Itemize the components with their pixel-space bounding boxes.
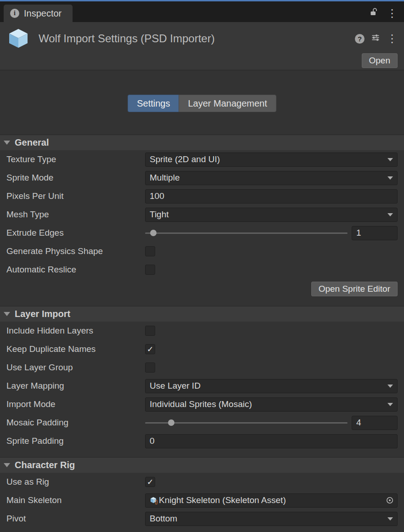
slider-knob[interactable] [168,419,174,426]
dropdown-value: Sprite (2D and UI) [150,154,220,164]
pixels-per-unit-input[interactable] [145,189,398,204]
field-label: Pivot [6,514,145,524]
inspector-body: Settings Layer Management General Textur… [0,70,404,532]
inspector-tab[interactable]: i Inspector [4,5,73,22]
foldout-icon [4,312,10,316]
svg-text:{}: {} [155,499,158,504]
layer-import-section-header[interactable]: Layer Import [0,306,404,322]
pivot-row: Pivot Bottom [0,509,404,528]
main-skeleton-row: Main Skeleton {} Knight Skeleton (Skelet… [0,491,404,509]
open-row: Open [6,53,398,68]
field-label: Mesh Type [6,209,145,220]
skeleton-asset-icon: {} [150,496,158,504]
general-section-header[interactable]: General [0,135,404,150]
help-icon[interactable]: ? [355,34,365,44]
header-icons: ? ⋮ [355,33,398,45]
dropdown-value: Bottom [150,514,177,524]
field-label: Import Mode [6,399,145,409]
dropdown-value: Tight [150,209,169,220]
slider-knob[interactable] [150,230,157,236]
field-label: Use Layer Group [6,362,145,373]
main-skeleton-object-field[interactable]: {} Knight Skeleton (Skeleton Asset) [145,493,398,508]
foldout-icon [4,141,10,145]
field-label: Use as Rig [6,477,145,487]
mesh-type-dropdown[interactable]: Tight [145,208,398,222]
field-label: Pixels Per Unit [6,191,145,201]
field-label: Sprite Padding [6,436,145,446]
include-hidden-layers-checkbox[interactable]: ✓ [145,326,155,336]
page-title: Wolf Import Settings (PSD Importer) [39,32,347,45]
tab-layer-management[interactable]: Layer Management [179,95,276,112]
dropdown-value: Use Layer ID [150,381,201,391]
header-menu-icon[interactable]: ⋮ [387,33,398,44]
chevron-down-icon [387,517,393,521]
extrude-edges-slider[interactable] [145,226,348,240]
automatic-reslice-checkbox[interactable]: ✓ [145,265,155,275]
check-icon: ✓ [147,478,153,486]
slider-track[interactable] [145,422,348,424]
sprite-mode-dropdown[interactable]: Multiple [145,171,398,185]
psd-importer-icon [6,27,30,51]
mesh-type-row: Mesh Type Tight [0,205,404,224]
use-as-rig-row: Use as Rig ✓ [0,473,404,491]
tab-settings[interactable]: Settings [128,95,179,112]
field-label: Texture Type [6,154,145,164]
chevron-down-icon [387,385,393,388]
use-layer-group-checkbox[interactable]: ✓ [145,362,155,373]
section-character-rig: Character Rig Use as Rig ✓ Main Skeleton [0,457,404,528]
keep-duplicate-names-checkbox[interactable]: ✓ [145,344,155,354]
import-mode-row: Import Mode Individual Sprites (Mosaic) [0,395,404,413]
pixels-per-unit-row: Pixels Per Unit [0,187,404,205]
object-field-value: Knight Skeleton (Skeleton Asset) [159,495,286,505]
extrude-edges-input[interactable] [352,226,398,240]
layer-mapping-dropdown[interactable]: Use Layer ID [145,379,398,393]
field-label: Automatic Reslice [6,265,145,275]
mosaic-padding-row: Mosaic Padding [0,413,404,432]
asset-header: Wolf Import Settings (PSD Importer) ? [0,22,404,70]
check-icon: ✓ [147,345,153,353]
info-icon: i [10,9,19,18]
section-general: General Texture Type Sprite (2D and UI) … [0,135,404,306]
include-hidden-layers-row: Include Hidden Layers ✓ [0,322,404,340]
section-layer-import: Layer Import Include Hidden Layers ✓ Kee… [0,306,404,457]
titlebar-menu-icon[interactable]: ⋮ [387,8,398,19]
open-sprite-editor-button[interactable]: Open Sprite Editor [311,282,398,296]
generate-physics-shape-row: Generate Physics Shape ✓ [0,242,404,260]
presets-icon[interactable] [371,33,380,45]
object-picker-icon[interactable] [386,496,394,504]
field-label: Main Skeleton [6,495,145,505]
chevron-down-icon [387,403,393,406]
texture-type-dropdown[interactable]: Sprite (2D and UI) [145,153,398,167]
chevron-down-icon [387,213,393,216]
titlebar-actions: ⋮ [369,4,398,22]
field-label: Extrude Edges [6,228,145,238]
mosaic-padding-input[interactable] [352,416,398,430]
extrude-edges-row: Extrude Edges [0,224,404,242]
section-title: Layer Import [15,309,70,319]
header-top: Wolf Import Settings (PSD Importer) ? [6,26,398,51]
import-mode-dropdown[interactable]: Individual Sprites (Mosaic) [145,397,398,412]
field-label: Sprite Mode [6,173,145,183]
use-layer-group-row: Use Layer Group ✓ [0,358,404,377]
inspector-window: i Inspector ⋮ Wolf Import Setting [0,0,404,532]
automatic-reslice-row: Automatic Reslice ✓ [0,260,404,279]
texture-type-row: Texture Type Sprite (2D and UI) [0,150,404,169]
sprite-padding-row: Sprite Padding [0,432,404,450]
dropdown-value: Individual Sprites (Mosaic) [150,399,252,409]
field-label: Keep Duplicate Names [6,344,145,354]
open-button[interactable]: Open [362,53,398,68]
titlebar: i Inspector ⋮ [0,0,404,22]
mosaic-padding-slider[interactable] [145,416,348,430]
foldout-icon [4,463,10,467]
pivot-dropdown[interactable]: Bottom [145,512,398,526]
section-title: Character Rig [15,460,75,470]
sprite-padding-input[interactable] [145,434,398,448]
generate-physics-shape-checkbox[interactable]: ✓ [145,246,155,256]
slider-track[interactable] [145,232,348,234]
chevron-down-icon [387,176,393,180]
sprite-editor-row: Open Sprite Editor [0,279,404,299]
use-as-rig-checkbox[interactable]: ✓ [145,477,155,487]
sprite-mode-row: Sprite Mode Multiple [0,169,404,187]
lock-icon[interactable] [369,7,378,19]
character-rig-section-header[interactable]: Character Rig [0,457,404,473]
